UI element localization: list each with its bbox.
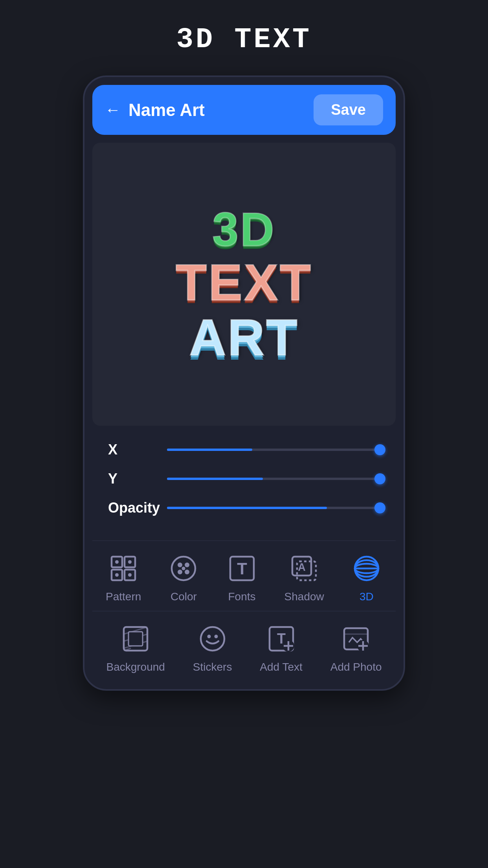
- svg-point-29: [201, 627, 224, 651]
- toolbar-item-fonts[interactable]: T Fonts: [226, 553, 258, 603]
- x-slider-track[interactable]: [167, 449, 380, 451]
- opacity-slider-row: Opacity: [108, 500, 380, 516]
- svg-point-5: [128, 560, 132, 564]
- opacity-label: Opacity: [108, 500, 155, 516]
- save-button[interactable]: Save: [314, 94, 383, 125]
- text-line-3d: 3D: [212, 206, 275, 253]
- y-label: Y: [108, 471, 155, 487]
- header-title: Name Art: [128, 100, 205, 120]
- bottom-toolbar-1: Pattern Color T: [84, 541, 404, 611]
- y-slider-track[interactable]: [167, 478, 380, 480]
- toolbar-label-add-text: Add Text: [260, 661, 302, 673]
- phone-container: ← Name Art Save 3D TEXT ART X Y: [83, 75, 405, 691]
- text-line-text: TEXT: [176, 257, 312, 308]
- toolbar-label-pattern: Pattern: [106, 590, 141, 603]
- toolbar-item-add-text[interactable]: T Add Text: [260, 623, 302, 673]
- x-label: X: [108, 441, 155, 458]
- header-bar: ← Name Art Save: [92, 85, 396, 135]
- svg-point-10: [185, 563, 189, 567]
- svg-point-11: [178, 570, 182, 574]
- svg-rect-28: [128, 632, 143, 646]
- toolbar-label-shadow: Shadow: [284, 590, 324, 603]
- toolbar-item-background[interactable]: Background: [106, 623, 165, 673]
- toolbar-item-shadow[interactable]: A Shadow: [284, 553, 324, 603]
- toolbar-item-add-photo[interactable]: Add Photo: [330, 623, 382, 673]
- sliders-section: X Y Opacity: [84, 426, 404, 541]
- text-line-art: ART: [189, 312, 299, 363]
- svg-point-30: [207, 635, 211, 638]
- toolbar-item-color[interactable]: Color: [168, 553, 199, 603]
- back-button[interactable]: ←: [105, 101, 121, 119]
- toolbar-label-fonts: Fonts: [228, 590, 256, 603]
- toolbar-item-3d[interactable]: 3D: [351, 553, 382, 603]
- svg-point-7: [128, 573, 132, 577]
- toolbar-label-color: Color: [171, 590, 197, 603]
- text-art-container: 3D TEXT ART: [176, 206, 312, 363]
- svg-text:T: T: [237, 559, 247, 578]
- svg-point-6: [115, 573, 119, 577]
- svg-point-9: [178, 563, 182, 567]
- app-title: 3D TEXT: [176, 24, 312, 56]
- toolbar-label-background: Background: [106, 661, 165, 673]
- opacity-slider-track[interactable]: [167, 507, 380, 509]
- svg-text:A: A: [298, 561, 306, 573]
- svg-point-12: [185, 570, 189, 574]
- toolbar-label-add-photo: Add Photo: [330, 661, 382, 673]
- svg-point-13: [182, 567, 185, 570]
- canvas-area: 3D TEXT ART: [92, 143, 396, 426]
- bottom-toolbar-2: Background Stickers T: [84, 611, 404, 689]
- x-slider-row: X: [108, 441, 380, 458]
- svg-point-31: [214, 635, 218, 638]
- toolbar-item-stickers[interactable]: Stickers: [193, 623, 232, 673]
- toolbar-item-pattern[interactable]: Pattern: [106, 553, 141, 603]
- svg-point-4: [115, 560, 119, 564]
- y-slider-row: Y: [108, 471, 380, 487]
- toolbar-label-stickers: Stickers: [193, 661, 232, 673]
- toolbar-label-3d: 3D: [360, 590, 374, 603]
